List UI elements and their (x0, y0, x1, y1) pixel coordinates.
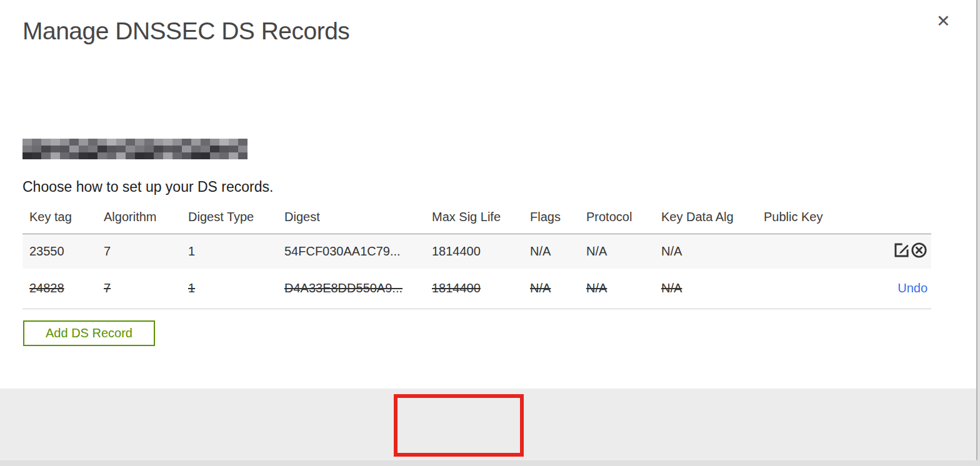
undo-link[interactable]: Undo (898, 281, 928, 295)
ds-record-row: 235507154FCF030AA1C79...1814400N/AN/AN/A (22, 234, 931, 269)
add-ds-record-button[interactable]: Add DS Record (23, 320, 155, 346)
cell-digest-type: 1 (181, 269, 278, 309)
column-header: Digest Type (181, 204, 278, 234)
column-header: Key tag (22, 204, 97, 234)
cell-max-sig-life: 1814400 (425, 269, 523, 309)
column-header: Algorithm (97, 204, 181, 234)
ds-record-row: 2482871D4A33E8DD550A9...1814400N/AN/AN/A… (22, 269, 931, 309)
column-header: Public Key (757, 204, 866, 234)
cell-max-sig-life: 1814400 (425, 234, 523, 269)
delete-icon[interactable] (911, 242, 928, 260)
column-header-actions (866, 204, 931, 234)
cell-public-key (757, 234, 866, 269)
instruction-text: Choose how to set up your DS records. (22, 179, 273, 196)
cell-public-key (757, 269, 866, 309)
close-icon[interactable]: ✕ (936, 11, 951, 31)
cell-digest: D4A33E8DD550A9... (278, 269, 425, 309)
column-header: Key Data Alg (654, 204, 757, 234)
edit-icon[interactable] (893, 242, 910, 260)
page-title: Manage DNSSEC DS Records (22, 17, 349, 45)
footer-bar: Save Cancel (0, 389, 976, 460)
cell-flags: N/A (523, 269, 579, 309)
dnssec-modal: Manage DNSSEC DS Records ✕ Choose how to… (0, 0, 978, 460)
cell-protocol: N/A (579, 269, 654, 309)
column-header: Digest (278, 204, 425, 234)
cell-flags: N/A (523, 234, 579, 269)
cell-algorithm: 7 (97, 269, 181, 309)
cell-key-tag: 24828 (22, 269, 97, 309)
cell-digest-type: 1 (181, 234, 278, 269)
cell-key-tag: 23550 (22, 234, 97, 269)
ds-records-table: Key tagAlgorithmDigest TypeDigestMax Sig… (22, 204, 931, 309)
cell-algorithm: 7 (97, 234, 181, 269)
cell-actions (866, 234, 931, 269)
column-header: Protocol (579, 204, 654, 234)
column-header: Max Sig Life (425, 204, 523, 234)
table-header-row: Key tagAlgorithmDigest TypeDigestMax Sig… (22, 204, 931, 234)
cell-key-data-alg: N/A (654, 234, 757, 269)
column-header: Flags (523, 204, 579, 234)
domain-name-redacted (22, 139, 248, 159)
cell-key-data-alg: N/A (654, 269, 757, 309)
cell-actions: Undo (866, 269, 931, 309)
cell-protocol: N/A (579, 234, 654, 269)
cell-digest: 54FCF030AA1C79... (278, 234, 425, 269)
